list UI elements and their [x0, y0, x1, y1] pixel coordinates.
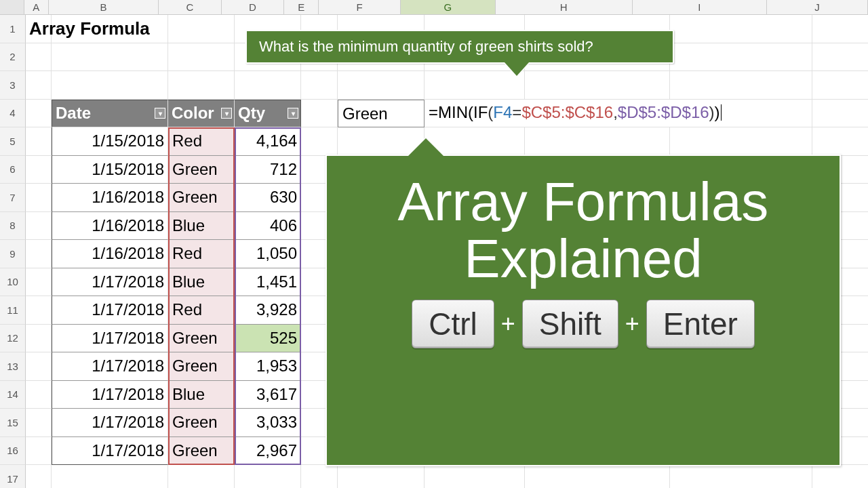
cell-B5[interactable]: 1/15/2018 — [52, 127, 168, 156]
cell-A12[interactable] — [26, 325, 52, 353]
cell-C11[interactable]: Red — [168, 296, 235, 325]
cell-J3[interactable] — [812, 71, 868, 100]
cell-I3[interactable] — [670, 71, 812, 100]
cell-A17[interactable] — [26, 465, 52, 488]
cell-D11[interactable]: 3,928 — [235, 296, 301, 325]
row-header-2[interactable]: 2 — [0, 43, 26, 72]
row-header-7[interactable]: 7 — [0, 184, 26, 212]
cell-C15[interactable]: Green — [168, 409, 235, 437]
cell-A14[interactable] — [26, 381, 52, 409]
cell-B2[interactable] — [52, 43, 168, 72]
cell-A6[interactable] — [26, 156, 52, 184]
cell-C17[interactable] — [168, 465, 235, 488]
formula-display[interactable]: =MIN(IF(F4=$C$5:$C$16,$D$5:$D$16)) — [429, 103, 722, 122]
cell-F17[interactable] — [338, 465, 425, 488]
row-header-14[interactable]: 14 — [0, 381, 26, 409]
cell-A16[interactable] — [26, 437, 52, 466]
cell-E4[interactable] — [301, 100, 338, 128]
row-header-8[interactable]: 8 — [0, 212, 26, 241]
col-header-C[interactable]: C — [159, 0, 222, 14]
cell-F3[interactable] — [338, 71, 425, 100]
cell-B1[interactable] — [52, 15, 168, 43]
row-header-5[interactable]: 5 — [0, 127, 26, 156]
row-header-9[interactable]: 9 — [0, 240, 26, 268]
cell-B17[interactable] — [52, 465, 168, 488]
select-all-corner[interactable] — [0, 0, 24, 14]
cell-C2[interactable] — [168, 43, 235, 72]
cell-B8[interactable]: 1/16/2018 — [52, 212, 168, 241]
cell-C9[interactable]: Red — [168, 240, 235, 268]
cell-A4[interactable] — [26, 100, 52, 128]
cell-D5[interactable]: 4,164 — [235, 127, 301, 156]
filter-icon[interactable] — [288, 108, 298, 119]
cell-E3[interactable] — [301, 71, 338, 100]
cell-D12[interactable]: 525 — [235, 325, 301, 353]
filter-icon[interactable] — [155, 108, 165, 119]
cell-J17[interactable] — [812, 465, 868, 488]
cell-D7[interactable]: 630 — [235, 184, 301, 212]
row-header-11[interactable]: 11 — [0, 296, 26, 325]
lookup-cell[interactable]: Green — [338, 100, 425, 127]
cell-H17[interactable] — [525, 465, 670, 488]
cell-B4[interactable]: Date — [52, 100, 168, 128]
cell-A15[interactable] — [26, 409, 52, 437]
cell-C10[interactable]: Blue — [168, 268, 235, 297]
cell-A3[interactable] — [26, 71, 52, 100]
cell-D10[interactable]: 1,451 — [235, 268, 301, 297]
cell-D14[interactable]: 3,617 — [235, 381, 301, 409]
cell-A2[interactable] — [26, 43, 52, 72]
cell-C14[interactable]: Blue — [168, 381, 235, 409]
cell-B16[interactable]: 1/17/2018 — [52, 437, 168, 466]
cell-B11[interactable]: 1/17/2018 — [52, 296, 168, 325]
row-header-17[interactable]: 17 — [0, 465, 26, 488]
cell-A10[interactable] — [26, 268, 52, 297]
cell-C3[interactable] — [168, 71, 235, 100]
row-header-6[interactable]: 6 — [0, 156, 26, 184]
cell-C8[interactable]: Blue — [168, 212, 235, 241]
col-header-A[interactable]: A — [24, 0, 49, 14]
cell-C6[interactable]: Green — [168, 156, 235, 184]
cell-I2[interactable] — [670, 43, 812, 72]
cell-D8[interactable]: 406 — [235, 212, 301, 241]
cell-C13[interactable]: Green — [168, 352, 235, 381]
cell-D15[interactable]: 3,033 — [235, 409, 301, 437]
cell-B9[interactable]: 1/16/2018 — [52, 240, 168, 268]
cell-A1[interactable]: Array Formula — [26, 15, 52, 43]
col-header-J[interactable]: J — [767, 0, 868, 14]
col-header-I[interactable]: I — [633, 0, 767, 14]
cell-A5[interactable] — [26, 127, 52, 156]
col-header-H[interactable]: H — [496, 0, 633, 14]
col-header-F[interactable]: F — [319, 0, 401, 14]
row-header-15[interactable]: 15 — [0, 409, 26, 437]
row-header-12[interactable]: 12 — [0, 325, 26, 353]
cell-A8[interactable] — [26, 212, 52, 241]
cell-H3[interactable] — [525, 71, 670, 100]
row-header-10[interactable]: 10 — [0, 268, 26, 297]
cell-E17[interactable] — [301, 465, 338, 488]
row-header-4[interactable]: 4 — [0, 100, 26, 128]
col-header-G[interactable]: G — [401, 0, 496, 14]
cell-J4[interactable] — [812, 100, 868, 128]
cell-C12[interactable]: Green — [168, 325, 235, 353]
cell-B13[interactable]: 1/17/2018 — [52, 352, 168, 381]
cell-G17[interactable] — [425, 465, 525, 488]
row-header-16[interactable]: 16 — [0, 437, 26, 466]
cell-D3[interactable] — [235, 71, 301, 100]
cell-D13[interactable]: 1,953 — [235, 352, 301, 381]
cell-C5[interactable]: Red — [168, 127, 235, 156]
cell-I1[interactable] — [670, 15, 812, 43]
cell-B3[interactable] — [52, 71, 168, 100]
cell-A9[interactable] — [26, 240, 52, 268]
cell-A7[interactable] — [26, 184, 52, 212]
cell-J1[interactable] — [812, 15, 868, 43]
cell-B7[interactable]: 1/16/2018 — [52, 184, 168, 212]
cell-D17[interactable] — [235, 465, 301, 488]
cell-I5[interactable] — [670, 127, 812, 156]
cell-A13[interactable] — [26, 352, 52, 381]
cell-C1[interactable] — [168, 15, 235, 43]
cell-B6[interactable]: 1/15/2018 — [52, 156, 168, 184]
row-header-3[interactable]: 3 — [0, 71, 26, 100]
cell-B15[interactable]: 1/17/2018 — [52, 409, 168, 437]
cell-B12[interactable]: 1/17/2018 — [52, 325, 168, 353]
cell-I17[interactable] — [670, 465, 812, 488]
